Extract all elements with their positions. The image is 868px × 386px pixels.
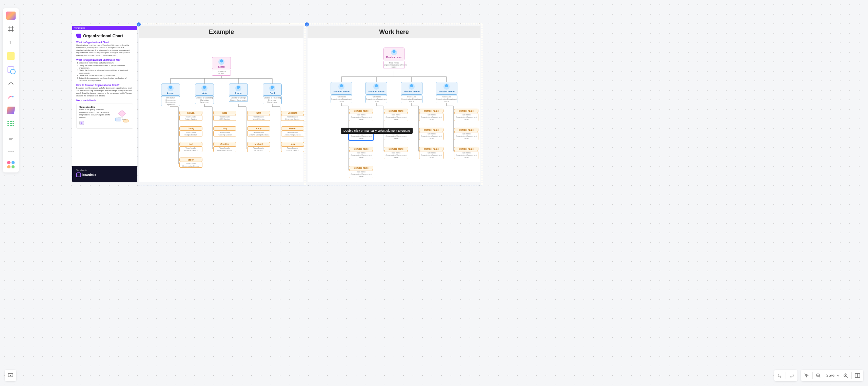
board[interactable]: Templates Organizational Chart What Is O… [72, 26, 482, 182]
present-button[interactable] [5, 370, 16, 381]
org-dir-node[interactable]: Member name [331, 82, 352, 95]
org-leaf-meta[interactable]: Role nameOrganization/Department name [349, 170, 373, 178]
zoom-out-button[interactable] [813, 370, 824, 381]
org-leaf-meta[interactable]: Role nameOrganization/Department name [349, 113, 373, 121]
org-leaf-node[interactable]: Karl [179, 142, 202, 146]
line-tool-icon[interactable] [6, 79, 15, 88]
sticky-note-tool-icon[interactable] [6, 52, 15, 60]
org-leaf-node[interactable]: Member name [349, 109, 373, 113]
org-leaf-node[interactable]: Member name [454, 147, 478, 151]
org-leaf-meta[interactable]: Role nameOrganization/Department name [454, 113, 478, 121]
org-dir-node[interactable]: Paul [263, 84, 282, 96]
org-top-meta[interactable]: Role nameOrganization/Department name [383, 61, 405, 69]
zoom-level[interactable]: 35% [824, 373, 836, 378]
org-leaf-node[interactable]: Member name [454, 109, 478, 113]
org-dir-node[interactable]: Member name [366, 82, 387, 95]
org-dir-meta[interactable]: Role nameOrganization/Department name [331, 95, 352, 103]
org-leaf-node[interactable]: May [213, 126, 236, 131]
org-leaf-meta[interactable]: Team LeaderCashier Section [281, 146, 304, 152]
org-leaf-meta[interactable]: Team LeaderOperation Section [213, 146, 236, 152]
svg-text:T: T [9, 39, 12, 45]
frame-tool-icon[interactable] [6, 24, 15, 33]
org-dir-node[interactable]: Member name [401, 82, 422, 95]
org-top-node[interactable]: Ethan [212, 57, 231, 69]
org-leaf-meta[interactable]: Team LeaderConstruction Section [179, 162, 202, 168]
org-leaf-meta[interactable]: Team LeaderOPS Section [213, 115, 236, 121]
org-leaf-meta[interactable]: Role nameOrganization/Department name [384, 113, 408, 121]
zoom-in-button[interactable] [840, 370, 851, 381]
org-leaf-node[interactable]: Michael [247, 142, 270, 146]
minimap-button[interactable] [852, 370, 863, 381]
org-dir-meta[interactable]: Director of EngineeringEngineering Depar… [161, 96, 180, 106]
org-leaf-node[interactable]: Cindy [179, 126, 202, 131]
org-leaf-meta[interactable]: Team LeaderProject Section [179, 115, 202, 121]
org-leaf-node[interactable]: Kate [213, 111, 236, 115]
org-dir-meta[interactable]: Role nameOrganization/Department name [366, 95, 387, 103]
org-dir-meta[interactable]: Role nameOrganization/Department name [401, 95, 422, 103]
template-info-panel[interactable]: Templates Organizational Chart What Is O… [72, 26, 137, 182]
info-head: Templates [72, 26, 137, 30]
org-dir-meta[interactable]: Director of MarketingMarketing Departmen… [195, 96, 214, 104]
org-leaf-node[interactable]: Andy [247, 126, 270, 131]
undo-button[interactable] [774, 370, 786, 381]
org-leaf-meta[interactable]: Role nameOrganization/Department name [384, 151, 408, 159]
text-tool-icon[interactable]: T [6, 38, 15, 47]
org-leaf-node[interactable]: Member name [349, 147, 373, 151]
org-leaf-node[interactable]: Jason [179, 158, 202, 162]
apps-icon[interactable] [6, 160, 15, 169]
more-tools-icon[interactable] [6, 147, 15, 155]
info-p3: Boardmix provides various tools for draw… [76, 87, 133, 97]
org-dir-node[interactable]: Ada [195, 84, 214, 96]
pen-tool-icon[interactable] [6, 92, 15, 101]
cursor-tool-icon[interactable] [801, 370, 812, 381]
org-leaf-node[interactable]: Caroline [213, 142, 236, 146]
org-top-node[interactable]: Member name [383, 48, 405, 60]
org-dir-meta[interactable]: Director of FinancingFinancing Departmen… [263, 96, 282, 104]
org-dir-meta[interactable]: Director of DesignDesign Department [229, 96, 248, 102]
org-leaf-node[interactable]: Member name [419, 147, 443, 151]
org-leaf-node[interactable]: Member name [384, 109, 408, 113]
org-leaf-node[interactable]: Elizabeth [281, 111, 304, 115]
table-tool-icon[interactable] [6, 120, 15, 128]
org-dir-meta[interactable]: Role nameOrganization/Department name [436, 95, 457, 103]
org-leaf-meta[interactable]: Team LeaderPlanning Section [213, 131, 236, 136]
org-leaf-meta[interactable]: Role nameOrganization/Department name [419, 113, 443, 121]
org-leaf-meta[interactable]: Role nameOrganization/Department name [454, 151, 478, 159]
org-leaf-node[interactable]: Steven [179, 111, 202, 115]
org-dir-node[interactable]: Anson [161, 84, 180, 96]
org-leaf-node[interactable]: Member name [349, 166, 373, 170]
org-leaf-meta[interactable]: Role nameOrganization/Department name [419, 132, 443, 140]
connection-tool-icon[interactable] [6, 106, 15, 115]
org-leaf-meta[interactable]: Team LeaderGraphic Design Section [247, 131, 270, 136]
org-leaf-meta[interactable]: Role nameOrganization/Department name [454, 132, 478, 140]
org-dir-node[interactable]: Linda [229, 84, 248, 96]
org-leaf-meta[interactable]: Team LeaderTechnical Section [179, 146, 202, 152]
redo-button[interactable] [786, 370, 797, 381]
app-logo-icon[interactable] [6, 12, 16, 20]
org-leaf-node[interactable]: Member name [419, 109, 443, 113]
org-leaf-node[interactable]: Member name [384, 147, 408, 151]
svg-rect-17 [123, 120, 129, 122]
view-controls: 35% [774, 370, 863, 381]
org-leaf-node[interactable]: Sam [247, 111, 270, 115]
org-leaf-meta[interactable]: Team LeaderUI Section [247, 146, 270, 152]
org-leaf-node[interactable]: Member name [454, 128, 478, 132]
svg-marker-15 [118, 110, 126, 117]
org-top-meta[interactable]: ChairmanBONN [212, 70, 231, 76]
shape-tool-icon[interactable] [6, 65, 15, 74]
info-h1: What Is Organizational Chart [76, 41, 133, 43]
org-leaf-meta[interactable]: Role nameOrganization/Department name [349, 151, 373, 159]
org-leaf-meta[interactable]: Team LeaderAccounting Section [281, 131, 304, 136]
org-leaf-meta[interactable]: Team LeaderBudget Section [179, 131, 202, 136]
org-leaf-meta[interactable]: Role nameOrganization/Department name [419, 151, 443, 159]
frame-example[interactable]: Example Ethan ChairmanBONN Anson Directo… [139, 26, 303, 182]
org-dir-node[interactable]: Member name [436, 82, 457, 95]
org-leaf-node[interactable]: Member name [419, 128, 443, 132]
frame-work[interactable]: Work here Member name Role nameOrganizat… [308, 26, 480, 182]
org-leaf-meta[interactable]: Team LeaderFinancing Section [281, 115, 304, 121]
org-leaf-node[interactable]: Lucia [281, 142, 304, 146]
org-leaf-node[interactable]: Mason [281, 126, 304, 131]
org-leaf-meta[interactable]: Team LeaderVisual Section [247, 115, 270, 121]
zoom-dropdown-icon[interactable] [836, 374, 840, 377]
textblock-tool-icon[interactable]: T [6, 133, 15, 142]
